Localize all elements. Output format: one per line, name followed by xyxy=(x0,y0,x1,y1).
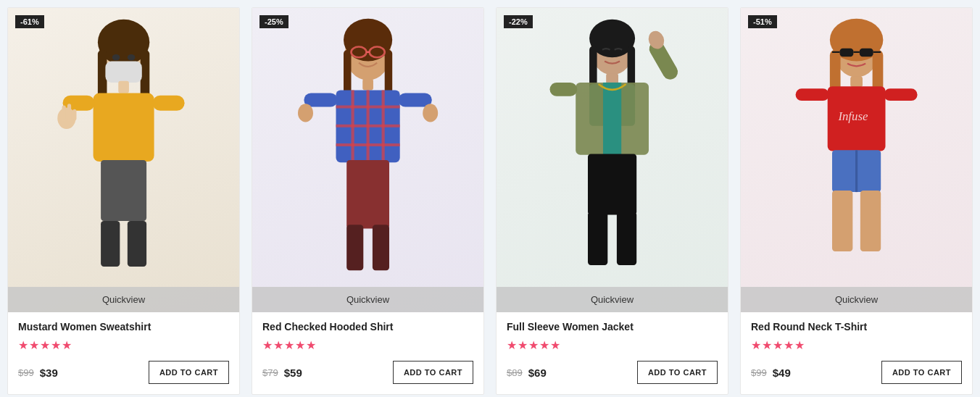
svg-rect-17 xyxy=(128,221,146,267)
product-info: Red Round Neck T-Shirt ★ ★ ★ ★ ★ $99 $49… xyxy=(741,312,972,394)
discount-badge: -51% xyxy=(748,15,777,28)
discount-badge: -25% xyxy=(259,15,288,28)
svg-rect-71 xyxy=(860,191,881,251)
product-title: Mustard Women Sweatshirt xyxy=(18,321,229,333)
old-price: $89 xyxy=(507,367,523,378)
new-price: $39 xyxy=(40,367,58,379)
svg-rect-51 xyxy=(588,154,636,215)
svg-rect-8 xyxy=(94,93,154,162)
svg-rect-13 xyxy=(67,104,71,120)
product-figure xyxy=(252,8,483,312)
quickview-button[interactable]: Quickview xyxy=(497,287,728,312)
old-price: $79 xyxy=(262,367,278,378)
discount-badge: -22% xyxy=(504,15,533,28)
add-to-cart-button[interactable]: ADD TO CART xyxy=(881,361,962,384)
product-stars: ★ ★ ★ ★ ★ xyxy=(507,338,718,352)
svg-rect-38 xyxy=(346,225,363,270)
star-5: ★ xyxy=(794,338,805,352)
old-price: $99 xyxy=(18,367,34,378)
product-figure xyxy=(8,8,239,312)
product-2: -25% Quickview Red Checked Hooded Shirt … xyxy=(252,7,484,395)
star-2: ★ xyxy=(273,338,283,352)
star-2: ★ xyxy=(29,338,39,352)
product-grid: -61% Quickview Mustard Women Sweatshirt … xyxy=(7,7,973,395)
svg-point-35 xyxy=(298,104,313,122)
svg-rect-10 xyxy=(152,96,184,111)
price-cart-row: $79 $59 ADD TO CART xyxy=(262,361,473,384)
add-to-cart-button[interactable]: ADD TO CART xyxy=(149,361,229,384)
svg-rect-4 xyxy=(105,62,141,83)
svg-rect-33 xyxy=(304,93,337,107)
svg-point-36 xyxy=(423,104,438,122)
product-4: Infuse -51% Quickview Red Round Neck T-S… xyxy=(740,7,973,395)
svg-rect-16 xyxy=(101,221,120,267)
product-stars: ★ ★ ★ ★ ★ xyxy=(262,338,473,352)
price-cart-row: $99 $39 ADD TO CART xyxy=(18,361,229,384)
product-title: Red Round Neck T-Shirt xyxy=(751,321,962,333)
product-figure: Infuse xyxy=(741,8,972,312)
star-4: ★ xyxy=(51,338,61,352)
star-4: ★ xyxy=(295,338,305,352)
star-3: ★ xyxy=(40,338,50,352)
product-image-container: -61% Quickview xyxy=(8,8,239,312)
product-image-container: Infuse -51% Quickview xyxy=(741,8,972,312)
svg-rect-15 xyxy=(101,160,146,221)
star-4: ★ xyxy=(539,338,549,352)
product-figure xyxy=(497,8,728,312)
svg-rect-14 xyxy=(72,109,76,121)
svg-rect-70 xyxy=(832,191,852,251)
svg-rect-7 xyxy=(118,81,129,93)
svg-rect-52 xyxy=(588,212,607,265)
quickview-button[interactable]: Quickview xyxy=(741,287,972,312)
product-1: -61% Quickview Mustard Women Sweatshirt … xyxy=(7,7,240,395)
product-stars: ★ ★ ★ ★ ★ xyxy=(18,338,229,352)
svg-rect-12 xyxy=(62,105,65,120)
product-3: -22% Quickview Full Sleeve Women Jacket … xyxy=(496,7,728,395)
prices: $99 $39 xyxy=(18,367,58,379)
star-1: ★ xyxy=(18,338,28,352)
star-4: ★ xyxy=(784,338,794,352)
svg-point-6 xyxy=(128,54,136,60)
discount-badge: -61% xyxy=(15,15,44,28)
star-1: ★ xyxy=(751,338,761,352)
quickview-button[interactable]: Quickview xyxy=(8,287,239,312)
price-cart-row: $89 $69 ADD TO CART xyxy=(507,361,718,384)
new-price: $49 xyxy=(773,367,791,379)
star-5: ★ xyxy=(62,338,72,352)
product-info: Mustard Women Sweatshirt ★ ★ ★ ★ ★ $99 $… xyxy=(8,312,239,394)
product-info: Red Checked Hooded Shirt ★ ★ ★ ★ ★ $79 $… xyxy=(252,312,483,394)
svg-rect-37 xyxy=(346,160,389,229)
star-2: ★ xyxy=(518,338,528,352)
product-image-container: -25% Quickview xyxy=(252,8,483,312)
product-title: Red Checked Hooded Shirt xyxy=(262,321,473,333)
svg-rect-59 xyxy=(860,49,873,57)
star-3: ★ xyxy=(284,338,294,352)
quickview-button[interactable]: Quickview xyxy=(252,287,483,312)
star-3: ★ xyxy=(528,338,539,352)
star-3: ★ xyxy=(773,338,783,352)
prices: $89 $69 xyxy=(507,367,547,379)
prices: $79 $59 xyxy=(262,367,302,379)
prices: $99 $49 xyxy=(751,367,791,379)
star-5: ★ xyxy=(550,338,560,352)
svg-rect-53 xyxy=(617,212,636,265)
new-price: $69 xyxy=(528,367,547,379)
price-cart-row: $99 $49 ADD TO CART xyxy=(751,361,962,384)
svg-rect-49 xyxy=(549,83,577,96)
svg-rect-39 xyxy=(373,225,389,270)
star-5: ★ xyxy=(306,338,316,352)
star-2: ★ xyxy=(762,338,772,352)
add-to-cart-button[interactable]: ADD TO CART xyxy=(637,361,718,384)
svg-rect-47 xyxy=(603,83,621,155)
add-to-cart-button[interactable]: ADD TO CART xyxy=(393,361,473,384)
svg-rect-58 xyxy=(839,49,853,57)
star-1: ★ xyxy=(262,338,273,352)
svg-rect-63 xyxy=(850,77,863,88)
svg-rect-66 xyxy=(796,88,829,101)
new-price: $59 xyxy=(284,367,302,379)
old-price: $99 xyxy=(751,367,767,378)
product-image-container: -22% Quickview xyxy=(497,8,728,312)
product-info: Full Sleeve Women Jacket ★ ★ ★ ★ ★ $89 $… xyxy=(497,312,728,394)
star-1: ★ xyxy=(507,338,517,352)
product-title: Full Sleeve Women Jacket xyxy=(507,321,718,333)
